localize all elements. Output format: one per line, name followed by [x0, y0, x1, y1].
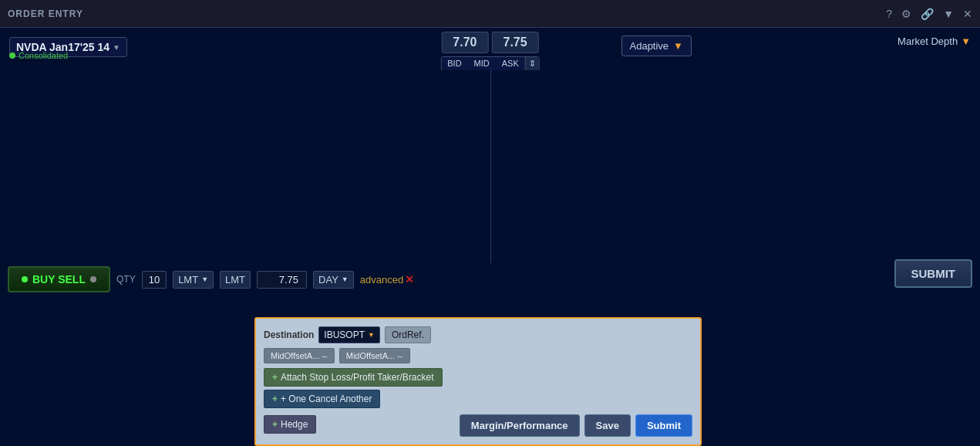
mid-tab[interactable]: MID	[468, 57, 496, 70]
panel-row-destination: Destination IBUSOPT ▼ OrdRef.	[264, 326, 692, 343]
chart-area: ▼	[0, 70, 980, 292]
destination-arrow: ▼	[368, 331, 375, 339]
instrument-arrow: ▼	[113, 43, 120, 52]
advanced-panel: Destination IBUSOPT ▼ OrdRef. MidOffsetA…	[254, 317, 702, 446]
destination-label: Destination	[264, 329, 314, 340]
price-arrows[interactable]: ⇕	[525, 57, 539, 70]
market-depth-label: Market Depth	[897, 35, 958, 47]
close-icon[interactable]: ✕	[963, 8, 972, 20]
settings-icon[interactable]: ⚙	[901, 8, 911, 20]
price-area: 7.70 7.75 BID MID ASK ⇕	[440, 32, 540, 71]
midoffset2-button[interactable]: MidOffsetA... --	[339, 348, 410, 363]
hedge-plus-icon: +	[272, 419, 278, 430]
action-row-attach: + Attach Stop Loss/Profit Taker/Bracket	[264, 368, 692, 387]
hedge-label: Hedge	[281, 419, 308, 430]
tif-arrow: ▼	[342, 275, 349, 283]
attach-stop-label: Attach Stop Loss/Profit Taker/Bracket	[281, 372, 434, 383]
market-depth-arrow: ▼	[961, 35, 971, 47]
save-button[interactable]: Save	[584, 414, 631, 437]
oca-label: + One Cancel Another	[281, 394, 372, 404]
attach-stop-loss-button[interactable]: + Attach Stop Loss/Profit Taker/Bracket	[264, 368, 443, 387]
order-entry-bar: BUY SELL QTY 10 LMT ▼ LMT 7.75 DAY ▼ adv…	[0, 263, 980, 296]
margin-performance-button[interactable]: Margin/Performance	[460, 414, 580, 437]
consolidated-label: Consolidated	[9, 51, 68, 60]
price-buttons: 7.70 7.75	[441, 32, 538, 53]
attach-plus-icon: +	[272, 372, 278, 383]
bid-mid-ask-selector: BID MID ASK ⇕	[440, 56, 540, 71]
advanced-close-icon: ✕	[405, 273, 414, 286]
submit-button[interactable]: SUBMIT	[894, 259, 973, 288]
destination-value: IBUSOPT	[324, 329, 365, 340]
sell-indicator-dot	[90, 276, 96, 282]
help-icon[interactable]: ?	[886, 8, 892, 20]
advanced-button[interactable]: advanced ✕	[360, 273, 414, 286]
tif-dropdown[interactable]: DAY ▼	[313, 271, 354, 289]
link-icon[interactable]: 🔗	[921, 8, 934, 20]
oca-button[interactable]: + + One Cancel Another	[264, 390, 380, 408]
ordref-button[interactable]: OrdRef.	[385, 326, 431, 343]
order-type1-dropdown[interactable]: LMT ▼	[173, 271, 214, 289]
buy-sell-label: BUY SELL	[32, 273, 86, 286]
consolidated-dot	[9, 52, 15, 59]
order-type1-label: LMT	[178, 274, 198, 286]
ask-price-button[interactable]: 7.75	[492, 32, 539, 53]
tif-label: DAY	[318, 274, 338, 286]
order-type1-arrow: ▼	[201, 275, 208, 283]
buy-sell-button[interactable]: BUY SELL	[8, 266, 110, 292]
action-row-oca: + + One Cancel Another	[264, 390, 692, 408]
qty-label: QTY	[116, 274, 136, 285]
title-bar-controls: ? ⚙ 🔗 ▼ ✕	[886, 8, 972, 20]
order-type2-label: LMT	[225, 274, 245, 286]
bottom-row: + Hedge Margin/Performance Save Submit	[264, 411, 692, 437]
adaptive-arrow: ▼	[673, 40, 683, 52]
bottom-buttons: Margin/Performance Save Submit	[460, 414, 692, 437]
market-depth-button[interactable]: Market Depth ▼	[897, 35, 971, 47]
qty-value[interactable]: 10	[142, 271, 167, 289]
main-area: NVDA Jan17'25 14 ▼ Consolidated 7.70 7.7…	[0, 28, 980, 446]
advanced-label: advanced	[360, 274, 403, 286]
bid-price-button[interactable]: 7.70	[441, 32, 488, 53]
buy-indicator-dot	[22, 276, 28, 282]
consolidated-text: Consolidated	[19, 51, 68, 60]
adaptive-button[interactable]: Adaptive ▼	[621, 35, 692, 56]
ask-tab[interactable]: ASK	[496, 57, 525, 70]
title-bar: ORDER ENTRY ? ⚙ 🔗 ▼ ✕	[0, 0, 980, 28]
app-title: ORDER ENTRY	[8, 8, 83, 19]
order-price-input[interactable]: 7.75	[257, 271, 307, 289]
bid-tab[interactable]: BID	[441, 57, 467, 70]
adaptive-label: Adaptive	[630, 40, 669, 52]
panel-submit-button[interactable]: Submit	[635, 414, 692, 437]
vertical-line	[490, 70, 491, 292]
destination-dropdown[interactable]: IBUSOPT ▼	[318, 326, 380, 343]
hedge-button[interactable]: + Hedge	[264, 415, 316, 434]
minimize-icon[interactable]: ▼	[943, 8, 954, 20]
panel-row-midoffset: MidOffsetA... -- MidOffsetA... --	[264, 348, 692, 363]
oca-plus-icon: +	[272, 394, 278, 404]
order-type2-dropdown[interactable]: LMT	[220, 271, 251, 289]
midoffset1-button[interactable]: MidOffsetA... --	[264, 348, 335, 363]
